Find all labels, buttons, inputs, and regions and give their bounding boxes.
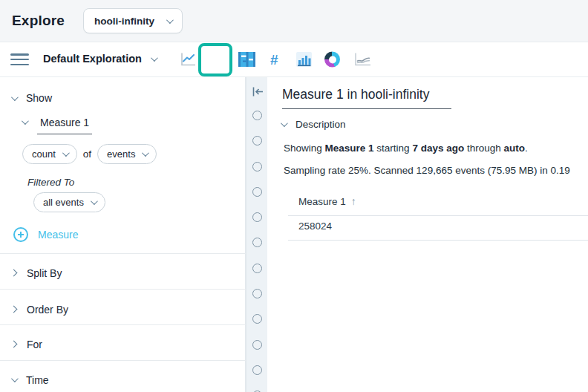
- donut-chart-view-button[interactable]: [324, 52, 340, 68]
- chevron-down-icon[interactable]: [22, 117, 29, 125]
- chevron-down-icon: [142, 149, 149, 157]
- aggregate-row: count of events: [22, 144, 157, 164]
- chevron-down-icon: [62, 149, 70, 157]
- section-for[interactable]: For: [11, 334, 42, 354]
- rail-dot[interactable]: [252, 187, 262, 197]
- exploration-name[interactable]: Default Exploration: [43, 53, 142, 65]
- chevron-right-icon: [10, 306, 18, 313]
- table-row[interactable]: 258024: [298, 220, 332, 232]
- chevron-down-icon: [11, 94, 19, 101]
- filter-select[interactable]: all events: [33, 192, 105, 212]
- sort-ascending-icon: ↑: [351, 195, 356, 207]
- table-divider: [288, 240, 588, 241]
- collapse-panel-button[interactable]: [252, 86, 264, 97]
- query-title-field[interactable]: Measure 1 in hooli-infinity: [282, 87, 451, 109]
- dataset-selector-value: hooli-infinity: [94, 16, 154, 27]
- description-toggle[interactable]: Description: [281, 119, 346, 130]
- hash-icon: #: [270, 52, 278, 68]
- page-title: Explore: [12, 13, 65, 29]
- rail-dot[interactable]: [252, 136, 262, 146]
- line-chart-icon: [180, 52, 197, 68]
- filter-select-value: all events: [43, 197, 84, 208]
- plus-circle-icon: [13, 227, 28, 242]
- filter-row: all events: [33, 192, 105, 212]
- divider: [0, 360, 246, 361]
- section-time[interactable]: Time: [11, 370, 49, 390]
- rail-dot[interactable]: [252, 365, 262, 375]
- dataset-selector[interactable]: hooli-infinity: [83, 8, 183, 33]
- section-order-by[interactable]: Order By: [11, 299, 68, 319]
- results-panel: Measure 1 in hooli-infinity Description …: [267, 77, 588, 392]
- combo-chart-view-button[interactable]: [354, 53, 372, 67]
- aggregate-select-value: count: [32, 148, 56, 160]
- section-split-by[interactable]: Split By: [11, 263, 62, 283]
- filtered-to-label: Filtered To: [27, 177, 74, 188]
- chevron-down-icon[interactable]: [151, 54, 158, 62]
- sampling-summary-text: Sampling rate 25%. Scanned 129,665 event…: [284, 165, 570, 176]
- measure-name-field[interactable]: Measure 1: [37, 117, 92, 134]
- query-summary-text: Showing Measure 1 starting 7 days ago th…: [284, 143, 528, 154]
- section-show[interactable]: Show: [11, 92, 52, 104]
- target-select[interactable]: events: [97, 144, 157, 164]
- add-measure-label: Measure: [38, 229, 78, 241]
- exploration-toolbar: Default Exploration: [0, 42, 588, 77]
- table-column-label: Measure 1: [298, 196, 346, 207]
- rail-dot[interactable]: [252, 111, 262, 120]
- section-for-label: For: [27, 339, 42, 350]
- rail-dot[interactable]: [252, 162, 262, 172]
- description-label: Description: [295, 119, 346, 130]
- measure-row: Measure 1: [22, 117, 92, 134]
- section-split-by-label: Split By: [27, 267, 62, 279]
- rail-dot[interactable]: [252, 264, 262, 273]
- section-time-label: Time: [26, 374, 49, 386]
- add-measure-button[interactable]: Measure: [13, 227, 78, 242]
- table-column-header[interactable]: Measure 1 ↑: [298, 195, 356, 207]
- of-label: of: [83, 148, 91, 160]
- aggregate-select[interactable]: count: [22, 144, 77, 164]
- bar-chart-view-button[interactable]: [296, 52, 312, 67]
- trace-waterfall-view-button[interactable]: [238, 52, 255, 67]
- donut-chart-icon: [324, 52, 340, 68]
- rail-dot[interactable]: [252, 238, 262, 247]
- divider: [0, 253, 246, 254]
- section-show-label: Show: [26, 92, 52, 104]
- bar-chart-icon: [296, 52, 312, 67]
- target-select-value: events: [107, 148, 135, 160]
- raw-data-view-button[interactable]: #: [270, 53, 278, 67]
- rail-dot[interactable]: [252, 212, 262, 222]
- collapse-left-icon: [252, 86, 264, 97]
- divider: [0, 289, 246, 290]
- menu-icon[interactable]: [10, 53, 29, 68]
- rail-dot[interactable]: [252, 289, 262, 298]
- trace-waterfall-icon: [238, 52, 255, 67]
- rail-dot[interactable]: [252, 314, 262, 324]
- query-history-rail: [246, 77, 267, 392]
- chevron-down-icon: [91, 197, 98, 205]
- chevron-right-icon: [10, 270, 18, 277]
- combo-chart-icon: [354, 53, 372, 67]
- rail-dots: [246, 111, 267, 392]
- divider: [0, 324, 246, 325]
- rail-dot[interactable]: [252, 340, 262, 350]
- chevron-down-icon: [281, 120, 288, 127]
- section-order-by-label: Order By: [27, 304, 68, 316]
- query-builder-sidebar: Show Measure 1 count of events Filtered …: [0, 77, 246, 392]
- explore-page: Explore hooli-infinity Default Explorati…: [0, 0, 588, 392]
- table-divider: [288, 215, 588, 216]
- top-header: Explore hooli-infinity: [0, 0, 588, 42]
- line-chart-view-button[interactable]: [180, 52, 197, 68]
- chevron-down-icon: [11, 375, 19, 382]
- chevron-down-icon: [166, 16, 174, 24]
- chevron-right-icon: [10, 341, 18, 348]
